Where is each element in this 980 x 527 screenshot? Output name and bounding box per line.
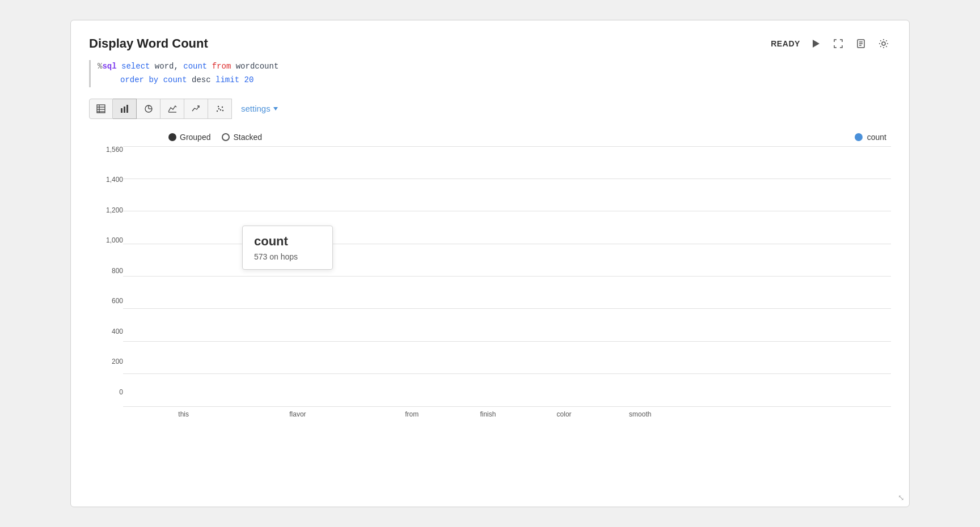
y-axis-label: 200 xyxy=(112,358,123,365)
grid-and-bars: count 573 on hops xyxy=(123,146,891,407)
series-label: count xyxy=(867,133,886,142)
code-line-2: order by count desc limit 20 xyxy=(98,74,891,87)
resize-handle[interactable]: ⤡ xyxy=(898,493,905,502)
tooltip-title: count xyxy=(254,234,321,249)
grouped-dot xyxy=(168,133,176,141)
page-title: Display Word Count xyxy=(89,36,208,51)
expand-button[interactable] xyxy=(831,37,846,50)
y-axis-label: 1,400 xyxy=(106,176,123,183)
stacked-dot xyxy=(222,133,230,141)
legend-right: count xyxy=(855,133,886,142)
grouped-label: Grouped xyxy=(180,133,210,142)
svg-point-21 xyxy=(221,106,222,107)
x-axis-label: color xyxy=(546,410,582,418)
chart-inner: count 573 on hops thisflavorfromfinishco… xyxy=(123,146,891,418)
x-axis-label: flavor xyxy=(280,410,315,418)
svg-point-5 xyxy=(882,42,885,45)
y-axis-label: 1,200 xyxy=(106,207,123,214)
code-block: %sql select word, count from wordcount o… xyxy=(89,60,891,87)
y-axis-label: 400 xyxy=(112,328,123,335)
svg-point-23 xyxy=(222,109,223,110)
table-view-button[interactable] xyxy=(89,99,113,119)
header-row: Display Word Count READY xyxy=(89,36,891,51)
y-axis-label: 1,560 xyxy=(106,146,123,153)
svg-marker-0 xyxy=(813,40,820,48)
settings-label: settings xyxy=(241,104,271,113)
svg-rect-12 xyxy=(124,107,125,113)
svg-point-22 xyxy=(217,105,218,107)
line-chart-button[interactable] xyxy=(184,99,208,119)
toolbar: settings xyxy=(89,99,891,119)
status-area: READY xyxy=(771,37,891,50)
svg-point-18 xyxy=(216,110,217,111)
chart-main: 1,5601,4001,2001,0008006004002000 count … xyxy=(89,146,891,418)
series-color-dot xyxy=(855,133,863,141)
chart-area: Grouped Stacked count 1,5601,4001,2001,0… xyxy=(89,133,891,418)
x-axis-label: from xyxy=(394,410,430,418)
notebook-button[interactable] xyxy=(854,37,868,50)
tooltip-value: 573 on hops xyxy=(254,252,321,261)
chart-legend: Grouped Stacked count xyxy=(89,133,891,142)
code-line-1: %sql select word, count from wordcount xyxy=(98,60,891,74)
legend-left: Grouped Stacked xyxy=(168,133,262,142)
area-chart-button[interactable] xyxy=(160,99,184,119)
y-axis-label: 1,000 xyxy=(106,237,123,244)
tooltip: count 573 on hops xyxy=(242,226,333,270)
y-axis-label: 600 xyxy=(112,298,123,304)
svg-point-20 xyxy=(219,109,221,110)
run-button[interactable] xyxy=(808,37,823,50)
bars-row xyxy=(123,146,891,407)
y-axis-label: 800 xyxy=(112,267,123,274)
x-axis-label: this xyxy=(166,410,201,418)
bar-chart-button[interactable] xyxy=(113,99,137,119)
svg-marker-24 xyxy=(273,107,278,110)
settings-button[interactable]: settings xyxy=(241,104,278,113)
x-axis-label: smooth xyxy=(622,410,658,418)
pie-chart-button[interactable] xyxy=(137,99,160,119)
x-axis: thisflavorfromfinishcolorsmooth xyxy=(123,407,891,418)
svg-point-19 xyxy=(218,108,219,109)
y-axis-label: 0 xyxy=(119,389,123,396)
main-container: Display Word Count READY %sql select wor… xyxy=(70,20,910,507)
status-label: READY xyxy=(771,39,800,48)
svg-rect-13 xyxy=(126,105,128,113)
grouped-legend-item[interactable]: Grouped xyxy=(168,133,210,142)
scatter-chart-button[interactable] xyxy=(208,99,232,119)
stacked-legend-item[interactable]: Stacked xyxy=(222,133,262,142)
settings-gear-button[interactable] xyxy=(876,37,891,50)
x-axis-label: finish xyxy=(470,410,506,418)
y-axis: 1,5601,4001,2001,0008006004002000 xyxy=(89,146,123,418)
svg-rect-11 xyxy=(121,108,122,113)
stacked-label: Stacked xyxy=(233,133,262,142)
